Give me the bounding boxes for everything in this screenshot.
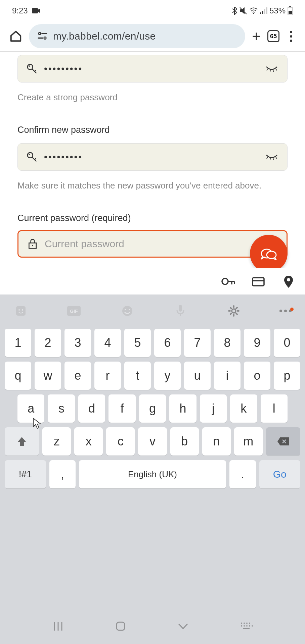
current-password-field[interactable]: Current password <box>17 230 288 258</box>
svg-rect-0 <box>32 8 38 13</box>
key-b[interactable]: b <box>170 427 199 455</box>
more-icon[interactable] <box>279 310 292 312</box>
key-backspace[interactable] <box>266 427 300 455</box>
tab-count-button[interactable]: 65 <box>267 30 279 42</box>
svg-line-16 <box>35 70 36 71</box>
svg-point-46 <box>125 309 126 310</box>
keyboard-row-5: !#1 , English (UK) . Go <box>5 460 300 488</box>
svg-line-18 <box>270 70 270 72</box>
svg-line-27 <box>273 158 273 160</box>
key-0[interactable]: 0 <box>274 329 300 357</box>
password-key-icon[interactable] <box>221 274 235 288</box>
svg-point-58 <box>244 623 245 624</box>
key-v[interactable]: v <box>138 427 167 455</box>
key-4[interactable]: 4 <box>94 329 121 357</box>
key-u[interactable]: u <box>184 362 211 390</box>
card-icon[interactable] <box>251 274 265 288</box>
keyboard-row-4: z x c v b n m <box>5 427 300 455</box>
key-y[interactable]: y <box>154 362 181 390</box>
key-5[interactable]: 5 <box>124 329 151 357</box>
confirm-password-field[interactable]: ••••••••• <box>17 143 288 171</box>
key-period[interactable]: . <box>229 460 256 488</box>
key-r[interactable]: r <box>94 362 121 390</box>
svg-line-19 <box>273 70 273 72</box>
key-l[interactable]: l <box>261 394 288 423</box>
key-x[interactable]: x <box>74 427 103 455</box>
svg-point-11 <box>44 37 46 39</box>
key-7[interactable]: 7 <box>184 329 211 357</box>
chat-fab[interactable] <box>250 235 288 272</box>
key-8[interactable]: 8 <box>214 329 241 357</box>
battery-percent: 53% <box>269 6 286 15</box>
location-icon[interactable] <box>281 274 296 288</box>
back-icon[interactable] <box>177 623 189 630</box>
key-d[interactable]: d <box>78 394 105 423</box>
svg-point-63 <box>246 625 248 627</box>
svg-point-30 <box>32 245 33 246</box>
eye-closed-icon[interactable] <box>265 154 278 160</box>
key-n[interactable]: n <box>202 427 231 455</box>
key-t[interactable]: t <box>124 362 151 390</box>
key-p[interactable]: p <box>274 362 300 390</box>
key-i[interactable]: i <box>214 362 241 390</box>
home-nav-icon[interactable] <box>115 621 126 632</box>
key-g[interactable]: g <box>139 394 166 423</box>
key-icon <box>27 63 37 74</box>
key-shift[interactable] <box>5 427 39 455</box>
url-bar[interactable]: my.babbel.com/en/use <box>29 24 245 48</box>
status-bar: 9:23 53% <box>0 0 305 21</box>
svg-point-59 <box>246 623 248 624</box>
key-q[interactable]: q <box>5 362 31 390</box>
key-z[interactable]: z <box>42 427 71 455</box>
status-right: 53% <box>232 6 293 15</box>
key-comma[interactable]: , <box>49 460 76 488</box>
key-c[interactable]: c <box>106 427 135 455</box>
key-3[interactable]: 3 <box>64 329 91 357</box>
svg-point-42 <box>22 309 23 311</box>
keyboard-switch-icon[interactable] <box>240 622 253 631</box>
new-password-field[interactable]: ••••••••• <box>17 55 288 83</box>
key-s[interactable]: s <box>48 394 75 423</box>
key-space[interactable]: English (UK) <box>79 460 226 488</box>
gif-icon[interactable]: GIF <box>67 304 81 318</box>
key-m[interactable]: m <box>234 427 263 455</box>
battery-icon <box>288 6 293 15</box>
svg-line-17 <box>267 69 268 70</box>
confirm-password-hint: Make sure it matches the new password yo… <box>17 180 288 192</box>
new-tab-icon[interactable]: + <box>252 28 261 45</box>
key-o[interactable]: o <box>244 362 270 390</box>
key-e[interactable]: e <box>64 362 91 390</box>
key-symbols[interactable]: !#1 <box>5 460 46 488</box>
bluetooth-icon <box>232 7 237 15</box>
key-2[interactable]: 2 <box>35 329 61 357</box>
key-go[interactable]: Go <box>259 460 301 488</box>
key-1[interactable]: 1 <box>5 329 31 357</box>
key-f[interactable]: f <box>108 394 135 423</box>
settings-icon[interactable] <box>226 304 241 318</box>
svg-line-25 <box>267 157 268 159</box>
key-h[interactable]: h <box>169 394 196 423</box>
confirm-password-value: ••••••••• <box>44 152 258 162</box>
mic-icon[interactable] <box>173 304 188 318</box>
mute-icon <box>239 7 247 15</box>
emoji-icon[interactable] <box>120 304 135 318</box>
menu-icon[interactable] <box>286 31 296 42</box>
current-password-placeholder: Current password <box>45 238 278 250</box>
svg-point-60 <box>249 623 250 624</box>
svg-point-47 <box>129 309 130 310</box>
key-9[interactable]: 9 <box>244 329 270 357</box>
eye-closed-icon[interactable] <box>265 65 278 72</box>
key-6[interactable]: 6 <box>154 329 181 357</box>
site-settings-icon[interactable] <box>37 31 48 42</box>
svg-rect-4 <box>264 9 265 14</box>
svg-rect-48 <box>179 305 182 312</box>
key-w[interactable]: w <box>35 362 61 390</box>
browser-bar: my.babbel.com/en/use + 65 <box>0 21 305 51</box>
sticker-icon[interactable] <box>13 304 28 318</box>
svg-point-22 <box>29 154 30 155</box>
key-k[interactable]: k <box>230 394 257 423</box>
recents-icon[interactable] <box>52 621 64 632</box>
home-icon[interactable] <box>9 30 22 43</box>
key-j[interactable]: j <box>200 394 227 423</box>
svg-point-64 <box>249 625 250 627</box>
